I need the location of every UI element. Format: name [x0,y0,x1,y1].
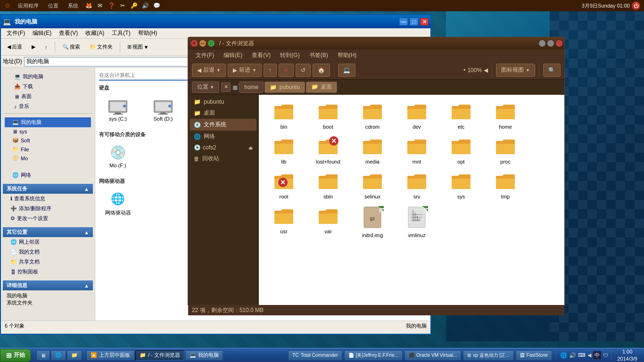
mail-icon[interactable]: ✉ [96,2,104,9]
system-menu[interactable]: 系统 [65,2,81,9]
xp-menu-favorites[interactable]: 收藏(A) [82,28,108,38]
taskbar-xp[interactable]: ⊞ xp 蓝色动力 [正... [463,350,513,361]
xp-menu-view[interactable]: 查看(V) [55,28,82,38]
ubuntu-reload-btn[interactable]: ↺ [296,64,311,77]
taskbar-quick-show-desktop[interactable]: 🖥 [36,350,50,361]
taskbar-mycomputer[interactable]: 💻 我的电脑 [185,350,223,361]
ubuntu-forward-btn[interactable]: ▶ 前进 ▼ [228,64,262,77]
ubuntu-min-btn[interactable]: — [199,40,206,47]
sidebar-soft[interactable]: 📦 Soft [5,136,91,145]
ubuntu-max-btn[interactable]: □ [208,40,215,47]
ubuntu-sidebar-filesystem[interactable]: 💽 文件系统 [190,119,256,131]
ubuntu-close-btn[interactable]: ✕ [191,40,198,47]
help-icon[interactable]: ❓ [107,2,115,9]
network-drive[interactable]: 🌐 网络驱动器 [99,188,137,218]
removable-drive[interactable]: 💿 Mo (F:) [99,141,137,170]
file-cdrom[interactable]: cdrom [351,99,394,132]
taskbar-quick-folder[interactable]: 📁 [67,350,82,361]
taskbar-file-browser[interactable]: 📁 / - 文件浏览器 [135,350,184,361]
tray-network-icon[interactable]: 🌐 [560,352,567,359]
tray-keyboard-icon[interactable]: ⌨ [578,352,586,358]
app-menu[interactable]: 应用程序 [15,2,41,9]
ubuntu-resize-icon[interactable] [547,40,554,47]
ubuntu-menu-bookmarks[interactable]: 书签(B) [305,50,332,60]
ubuntu-sidebar-network[interactable]: 🌐 网络 [190,131,256,142]
system-tasks-title[interactable]: 系统任务 ▲ [3,184,93,194]
sidebar-control-panel[interactable]: 🎛 控制面板 [3,267,93,277]
location-menu[interactable]: 位置 [45,2,61,9]
drive-d[interactable]: Soft (D:) [144,94,182,123]
sidebar-network-neighbors[interactable]: 🌐 网上邻居 [3,237,93,247]
xp-menu-tools[interactable]: 工具(T) [108,28,134,38]
sidebar-view-info[interactable]: ℹ 查看系统信息 [3,194,93,204]
xp-menu-help[interactable]: 帮助(H) [134,28,161,38]
taskbar-faststone[interactable]: 🖼 FastStone [516,350,553,361]
xp-forward-btn[interactable]: ▶ [27,41,40,54]
ubuntu-back-btn[interactable]: ◀ 后退 ▼ [192,64,226,77]
ubuntu-menu-file[interactable]: 文件(F) [192,50,218,60]
ubuntu-menu-help[interactable]: 帮助(H) [334,50,361,60]
xp-menu-edit[interactable]: 编辑(E) [29,28,55,38]
file-dev[interactable]: dev [396,99,438,132]
sidebar-network[interactable]: 🌐 网络 [5,170,91,180]
file-opt[interactable]: opt [440,133,482,166]
taskbar-oracle[interactable]: ⬛ Oracle VM Virtual... [405,350,462,361]
ubuntu-sidebar-pubuntu[interactable]: 📁 pubuntu [190,97,256,107]
zoom-out-icon[interactable]: ◀ [484,67,488,74]
ubuntu-stop-btn[interactable]: ✕ [279,64,294,77]
chat-icon[interactable]: 💬 [153,2,160,9]
ubuntu-computer-btn[interactable]: 💻 [338,64,355,77]
sidebar-my-docs[interactable]: 📄 我的文档 [3,247,93,257]
file-var[interactable]: var [307,203,349,240]
start-button[interactable]: ⊞ 开始 [0,349,31,362]
xp-minimize-btn[interactable]: — [399,18,408,25]
ubuntu-view-btn[interactable]: 图标视图 ▼ [496,64,535,77]
ubuntu-logo-icon[interactable]: ⊙ [4,2,11,9]
breadcrumb-pubuntu[interactable]: 📁 pubuntu [264,82,305,93]
tray-sound-icon[interactable]: 🔊 [569,352,576,359]
key-icon[interactable]: 🔑 [130,2,138,9]
sidebar-item-mycomputer[interactable]: 💻 我的电脑 [7,72,89,82]
ubuntu-close-icon[interactable] [556,40,562,47]
tray-antivirus-icon[interactable]: 🛡 [603,353,608,358]
tray-lang-icon[interactable]: 中 [593,351,601,359]
ubuntu-sidebar-desktop[interactable]: 📁 桌面 [190,107,256,119]
file-home[interactable]: home [484,99,527,132]
sidebar-item-music[interactable]: ♪ 音乐 [7,101,89,111]
breadcrumb-desktop[interactable]: 📁 桌面 [306,82,337,93]
tray-more-icon[interactable]: ◀ [587,352,591,358]
power-icon[interactable]: ⏻ [632,1,640,10]
file-boot[interactable]: boot [307,99,349,132]
xp-up-btn[interactable]: ↑ [41,41,52,54]
xp-folders-btn[interactable]: 📁 文件夹 [85,41,117,54]
firefox-icon[interactable]: 🦊 [85,2,92,9]
file-media[interactable]: media [351,133,394,166]
file-vmlinuz[interactable]: 1 10 101 1010 vmlinuz [396,203,438,240]
sidebar-shared-docs[interactable]: 📁 共享文档 [3,257,93,267]
file-root[interactable]: ✕ root [263,168,305,201]
xp-menu-file[interactable]: 文件(F) [3,28,29,38]
sidebar-files[interactable]: 📁 File [5,145,91,154]
file-selinux[interactable]: selinux [351,168,394,201]
xp-search-btn[interactable]: 🔍 搜索 [58,41,84,54]
xp-views-btn[interactable]: ⊞ 视图 ▼ [123,41,153,54]
details-title[interactable]: 详细信息 ▲ [3,280,93,290]
file-etc[interactable]: etc [440,99,482,132]
file-proc[interactable]: proc [484,133,527,166]
sidebar-mo[interactable]: 📀 Mo [5,154,91,163]
file-sys[interactable]: sys [440,168,482,201]
taskbar-quick-ie[interactable]: 🌐 [51,350,66,361]
volume-icon[interactable]: 🔊 [141,2,149,9]
file-mnt[interactable]: mnt [396,133,438,166]
ubuntu-menu-edit[interactable]: 编辑(E) [220,50,246,60]
file-sbin[interactable]: sbin [307,168,349,201]
ubuntu-home-btn[interactable]: 🏠 [313,64,330,77]
file-srv[interactable]: srv [396,168,438,201]
breadcrumb-home[interactable]: home [239,82,264,93]
file-lost-found[interactable]: ✕ lost+found [307,133,349,166]
taskbar-top-panel[interactable]: 🔼 上方层中面板 [86,350,134,361]
ubuntu-menu-view[interactable]: 查看(V) [248,50,274,60]
xp-close-btn[interactable]: ✕ [420,18,429,25]
sidebar-mycomputer-selected[interactable]: 💻 我的电脑 [5,117,91,127]
drive-c[interactable]: sys (C:) [99,94,137,123]
